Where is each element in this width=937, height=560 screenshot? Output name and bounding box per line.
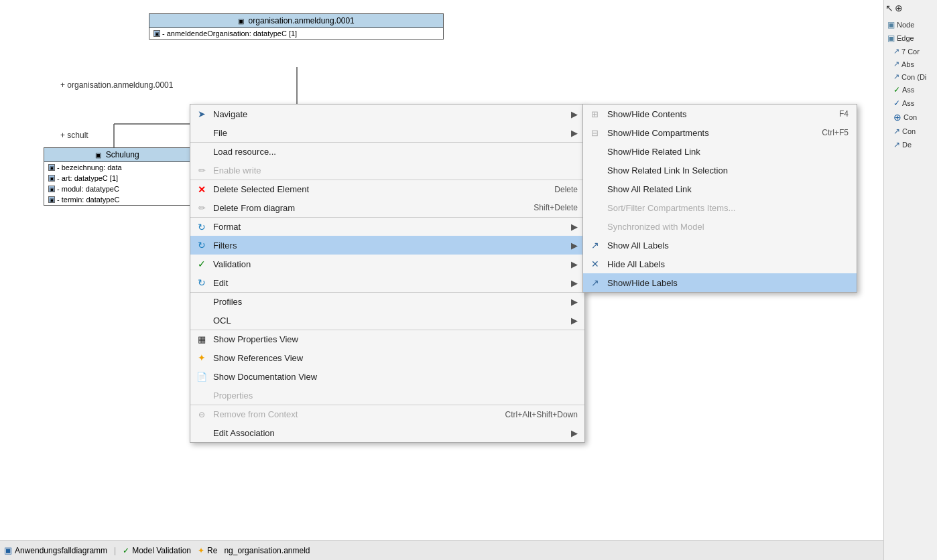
menu-item-file[interactable]: File ▶ xyxy=(190,123,584,142)
status-diagram-name: ▣ Anwendungsfalldiagramm xyxy=(4,545,107,555)
schulung-attr-3: ▣ - modul: datatypeC xyxy=(44,184,190,194)
validation-icon: ✓ xyxy=(196,258,208,270)
menu-item-show-properties[interactable]: ▦ Show Properties View xyxy=(190,330,584,348)
schulung-attr-1: ▣ - bezeichnung: data xyxy=(44,162,190,173)
menu-item-delete-diagram[interactable]: ✏ Delete From diagram Shift+Delete xyxy=(190,198,584,217)
hide-all-labels-icon: ✕ xyxy=(591,259,605,269)
menu-item-show-documentation[interactable]: 📄 Show Documentation View xyxy=(190,367,584,386)
submenu-show-hide-compartments[interactable]: ⊟ Show/Hide Compartments Ctrl+F5 xyxy=(583,123,857,142)
con2-icon: ↗ xyxy=(893,127,900,136)
uml-box-organisation-title: ▣ organisation.anmeldung.0001 xyxy=(149,14,443,28)
navigate-icon: ➤ xyxy=(196,108,208,120)
ass1-icon: ✓ xyxy=(893,85,900,94)
menu-item-load-resource[interactable]: Load resource... xyxy=(190,142,584,161)
references-icon: ✦ xyxy=(196,352,208,364)
right-panel-con1[interactable]: ⊕ Con xyxy=(885,111,936,124)
submenu-show-related-selection[interactable]: Show Related Link In Selection xyxy=(583,161,857,180)
right-panel-node[interactable]: ▣ Node xyxy=(885,19,936,31)
file-arrow: ▶ xyxy=(571,128,578,138)
status-references[interactable]: ✦ Re xyxy=(198,546,217,555)
ass2-icon: ✓ xyxy=(893,98,900,108)
node-icon: ▣ xyxy=(887,20,895,29)
attr-icon-1: ▣ xyxy=(153,30,160,37)
edge-icon: ▣ xyxy=(887,33,895,43)
right-panel: ↖ ⊕ ▣ Node ▣ Edge ↗ 7 Cor ↗ Abs ↗ Con (D… xyxy=(883,0,937,560)
menu-item-navigate[interactable]: ➤ Navigate ▶ xyxy=(190,104,584,123)
menu-item-ocl[interactable]: OCL ▶ xyxy=(190,311,584,330)
uml-box-schulung[interactable]: ▣ Schulung ▣ - bezeichnung: data ▣ - art… xyxy=(44,147,191,206)
status-bottom-label: ng_organisation.anmeld xyxy=(224,546,310,555)
filters-icon: ↻ xyxy=(196,239,208,251)
submenu-show-hide-contents[interactable]: ⊞ Show/Hide Contents F4 xyxy=(583,104,857,123)
schulung-attr-4: ▣ - termin: datatypeC xyxy=(44,194,190,205)
references-star-icon: ✦ xyxy=(198,546,204,555)
right-panel-abs[interactable]: ↗ Abs xyxy=(885,58,936,70)
format-icon: ↻ xyxy=(196,221,208,233)
delete-diagram-shortcut: Shift+Delete xyxy=(534,203,578,212)
submenu-sort-filter: Sort/Filter Compartments Items... xyxy=(583,198,857,217)
menu-item-edit[interactable]: ↻ Edit ▶ xyxy=(190,273,584,292)
format-arrow: ▶ xyxy=(571,222,578,232)
corr-icon: ↗ xyxy=(893,47,899,56)
right-panel-7cor[interactable]: ↗ 7 Cor xyxy=(885,46,936,57)
validation-check-icon: ✓ xyxy=(123,546,129,555)
attr-icon-s3: ▣ xyxy=(48,186,55,192)
profiles-arrow: ▶ xyxy=(571,297,578,307)
menu-item-show-references[interactable]: ✦ Show References View xyxy=(190,348,584,367)
right-panel-edge[interactable]: ▣ Edge xyxy=(885,32,936,44)
filters-submenu: ⊞ Show/Hide Contents F4 ⊟ Show/Hide Comp… xyxy=(582,104,857,293)
submenu-hide-all-labels[interactable]: ✕ Hide All Labels xyxy=(583,255,857,273)
properties-icon: ▦ xyxy=(196,334,208,346)
right-panel-de[interactable]: ↗ De xyxy=(885,139,936,151)
submenu-show-hide-labels[interactable]: ↗ Show/Hide Labels xyxy=(583,273,857,292)
menu-item-validation[interactable]: ✓ Validation ▶ xyxy=(190,255,584,273)
context-menu: ➤ Navigate ▶ File ▶ Load resource... ✏ E… xyxy=(190,104,585,443)
menu-item-delete-selected[interactable]: ✕ Delete Selected Element Delete xyxy=(190,180,584,198)
delete-icon: ✕ xyxy=(196,184,208,196)
remove-shortcut: Ctrl+Alt+Shift+Down xyxy=(505,410,578,419)
class-icon-2: ▣ xyxy=(95,151,101,159)
uml-box-schulung-title: ▣ Schulung xyxy=(44,148,190,162)
schulung-attr-2: ▣ - art: datatypeC [1] xyxy=(44,173,190,184)
menu-item-profiles[interactable]: Profiles ▶ xyxy=(190,292,584,311)
show-hide-labels-icon: ↗ xyxy=(591,277,605,288)
status-bar: ▣ Anwendungsfalldiagramm | ✓ Model Valid… xyxy=(0,540,885,560)
uml-box-organisation-attr1: ▣ - anmeldendeOrganisation: datatypeC [1… xyxy=(149,28,443,39)
submenu-show-all-related[interactable]: Show All Related Link xyxy=(583,180,857,198)
menu-item-format[interactable]: ↻ Format ▶ xyxy=(190,217,584,236)
edit-arrow: ▶ xyxy=(571,278,578,288)
status-validation[interactable]: ✓ Model Validation xyxy=(123,546,191,555)
uml-box-organisation[interactable]: ▣ organisation.anmeldung.0001 ▣ - anmeld… xyxy=(149,13,444,40)
right-panel-con-di[interactable]: ↗ Con (Di xyxy=(885,71,936,82)
delete-shortcut: Delete xyxy=(554,185,578,194)
status-separator: | xyxy=(114,546,116,555)
submenu-show-hide-related-link[interactable]: Show/Hide Related Link xyxy=(583,142,857,161)
validation-arrow: ▶ xyxy=(571,259,578,269)
submenu-show-all-labels[interactable]: ↗ Show All Labels xyxy=(583,236,857,255)
show-hide-contents-icon: ⊞ xyxy=(591,109,605,119)
enable-write-icon: ✏ xyxy=(196,164,208,176)
documentation-icon: 📄 xyxy=(196,370,208,382)
menu-item-enable-write: ✏ Enable write xyxy=(190,161,584,180)
label-organisation: + organisation.anmeldung.0001 xyxy=(60,80,173,90)
menu-item-remove-context: ⊖ Remove from Context Ctrl+Alt+Shift+Dow… xyxy=(190,405,584,423)
menu-item-edit-association[interactable]: Edit Association ▶ xyxy=(190,423,584,442)
menu-item-filters[interactable]: ↻ Filters ▶ xyxy=(190,236,584,255)
right-panel-ass2[interactable]: ✓ Ass xyxy=(885,97,936,109)
right-panel-ass1[interactable]: ✓ Ass xyxy=(885,84,936,96)
de-icon: ↗ xyxy=(893,140,900,149)
menu-item-properties: Properties xyxy=(190,386,584,405)
zoom-in-icon[interactable]: ⊕ xyxy=(895,3,903,13)
diagram-canvas: ▣ organisation.anmeldung.0001 ▣ - anmeld… xyxy=(0,0,885,560)
filters-arrow: ▶ xyxy=(571,240,578,251)
label-schult: + schult xyxy=(60,131,88,140)
con1-icon: ⊕ xyxy=(893,112,901,123)
edit-icon: ↻ xyxy=(196,277,208,289)
attr-icon-s1: ▣ xyxy=(48,164,55,171)
submenu-synchronized: Synchronized with Model xyxy=(583,217,857,236)
attr-icon-s2: ▣ xyxy=(48,175,55,182)
right-panel-con2[interactable]: ↗ Con xyxy=(885,125,936,137)
show-hide-compartments-icon: ⊟ xyxy=(591,128,605,138)
cursor-icon[interactable]: ↖ xyxy=(885,3,893,13)
edit-assoc-arrow: ▶ xyxy=(571,428,578,438)
